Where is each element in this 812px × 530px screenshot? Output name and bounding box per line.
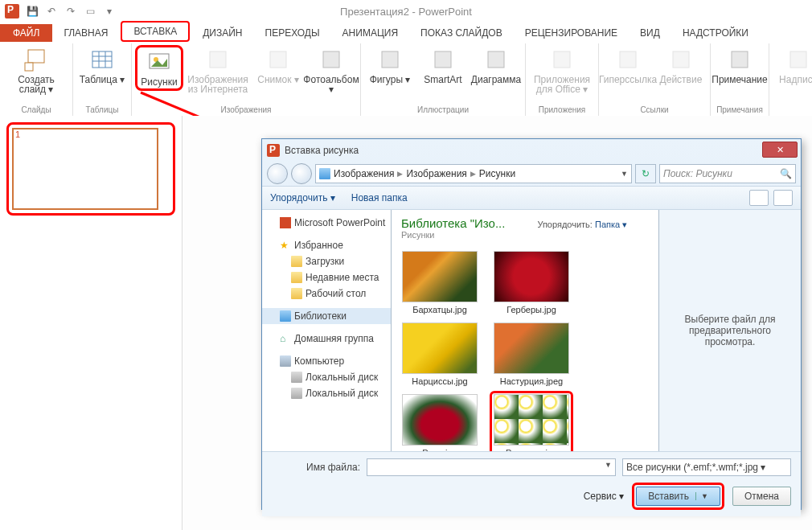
ribbon-item-icon	[727, 47, 753, 72]
slide-number: 1	[15, 129, 20, 139]
file-grid[interactable]: Бархатцы.jpgГерберы.jpgНарциссы.jpgНасту…	[392, 246, 658, 451]
redo-icon[interactable]: ↷	[64, 5, 77, 18]
svg-rect-16	[620, 51, 636, 68]
ribbon-item[interactable]: Рисунки	[135, 45, 183, 91]
ribbon-item[interactable]: Примечание	[714, 45, 765, 86]
ribbon-item-label: Гиперссылка	[599, 75, 657, 84]
tab-file[interactable]: ФАЙЛ	[0, 24, 52, 42]
search-input[interactable]: Поиск: Рисунки 🔍	[659, 164, 796, 183]
help-button[interactable]	[773, 190, 793, 206]
tree-item[interactable]: Загрузки	[262, 253, 391, 269]
ribbon-item[interactable]: SmartArt	[417, 45, 469, 86]
filename-input[interactable]: ▼	[367, 458, 616, 476]
ribbon-item: Снимок ▾	[252, 45, 304, 86]
chevron-right-icon: ▶	[470, 170, 476, 178]
sort-dropdown[interactable]: Папка ▾	[595, 220, 627, 229]
tree-item[interactable]: ⌂Домашняя группа	[262, 331, 391, 347]
svg-rect-1	[25, 63, 33, 71]
insert-button[interactable]: Вставить▼	[636, 487, 720, 506]
start-slideshow-icon[interactable]: ▭	[84, 5, 96, 18]
tree-item[interactable]: Недавние места	[262, 269, 391, 286]
svg-rect-19	[790, 51, 806, 68]
ribbon-group-label: Примечания	[716, 105, 763, 116]
tree-item[interactable]: Компьютер	[262, 353, 391, 369]
ribbon-item-label: Действие	[660, 75, 703, 84]
ribbon-item[interactable]: Диаграмма	[470, 45, 522, 86]
window-title: Презентация2 - PowerPoint	[340, 6, 472, 18]
tree-item-label: Microsoft PowerPoint	[294, 217, 385, 228]
back-button[interactable]	[267, 163, 288, 184]
ribbon-item-label: Надпись	[779, 75, 812, 84]
address-bar[interactable]: Изображения ▶ Изображения ▶ Рисунки ▼	[315, 164, 632, 183]
file-item[interactable]: Настурция.jpeg	[493, 323, 570, 386]
file-item[interactable]: Герберы.jpg	[493, 251, 570, 314]
svg-rect-17	[673, 51, 689, 68]
tree-item[interactable]: Рабочий стол	[262, 286, 391, 302]
tree-item[interactable]: ★Избранное	[262, 237, 391, 253]
tree-item[interactable]: Локальный диск	[262, 369, 391, 385]
undo-icon[interactable]: ↶	[45, 5, 58, 18]
file-item[interactable]: Розы.jpg	[401, 394, 478, 451]
search-icon: 🔍	[780, 168, 792, 179]
svg-rect-9	[210, 51, 226, 68]
ribbon-item-icon	[668, 47, 694, 72]
tab-рецензирование[interactable]: РЕЦЕНЗИРОВАНИЕ	[514, 24, 629, 42]
ribbon-group: Таблица ▾Таблицы	[73, 43, 132, 117]
file-item[interactable]: Ромашки.jpg	[493, 394, 570, 451]
tab-дизайн[interactable]: ДИЗАЙН	[191, 24, 253, 42]
tab-переходы[interactable]: ПЕРЕХОДЫ	[254, 24, 331, 42]
tab-показ слайдов[interactable]: ПОКАЗ СЛАЙДОВ	[409, 24, 514, 42]
ribbon-item[interactable]: Фигуры ▾	[364, 45, 416, 86]
ribbon-group: НадписьКолонтитулыТекст	[769, 43, 812, 117]
tree-item[interactable]: Библиотеки	[262, 308, 391, 324]
organize-menu[interactable]: Упорядочить ▾	[270, 192, 335, 203]
filetype-dropdown[interactable]: Все рисунки (*.emf;*.wmf;*.jpg ▾	[622, 458, 791, 476]
file-label: Розы.jpg	[422, 448, 457, 451]
tree-item-label: Недавние места	[306, 272, 379, 283]
file-item[interactable]: Бархатцы.jpg	[401, 251, 478, 314]
ribbon-tabs: ФАЙЛ ГЛАВНАЯВСТАВКАДИЗАЙНПЕРЕХОДЫАНИМАЦИ…	[0, 23, 812, 42]
dialog-titlebar: Вставка рисунка ✕	[262, 139, 801, 162]
library-subheading: Рисунки	[401, 230, 505, 240]
filename-label: Имя файла:	[272, 462, 360, 473]
ribbon: Создать слайд ▾СлайдыТаблица ▾ТаблицыРис…	[0, 42, 812, 118]
ribbon-item[interactable]: Фотоальбом ▾	[306, 45, 357, 96]
view-options-button[interactable]	[749, 190, 769, 206]
save-icon[interactable]: 💾	[26, 5, 39, 18]
tree-item[interactable]: Microsoft PowerPoint	[262, 215, 391, 231]
tab-вид[interactable]: ВИД	[629, 24, 671, 42]
new-folder-button[interactable]: Новая папка	[351, 192, 408, 203]
library-heading: Библиотека "Изо...	[401, 216, 505, 230]
forward-button[interactable]	[291, 163, 312, 184]
tab-главная[interactable]: ГЛАВНАЯ	[52, 24, 119, 42]
svg-rect-13	[435, 51, 451, 68]
close-button[interactable]: ✕	[762, 142, 798, 158]
refresh-button[interactable]: ↻	[635, 164, 656, 183]
ribbon-item[interactable]: Создать слайд ▾	[3, 45, 69, 96]
tab-надстройки[interactable]: НАДСТРОЙКИ	[671, 24, 760, 42]
ribbon-group-label: Таблицы	[86, 105, 119, 116]
crumb-1[interactable]: Изображения	[406, 168, 466, 179]
file-item[interactable]: Нарциссы.jpg	[401, 323, 478, 386]
ribbon-item-icon	[89, 47, 115, 72]
address-dropdown-icon[interactable]: ▼	[621, 170, 628, 178]
tree-item[interactable]: Локальный диск	[262, 385, 391, 401]
ribbon-item[interactable]: Таблица ▾	[76, 45, 128, 86]
ribbon-item-icon	[377, 47, 403, 72]
qat-dropdown-icon[interactable]: ▾	[103, 5, 116, 18]
pp-icon	[280, 217, 291, 228]
service-menu[interactable]: Сервис ▾	[584, 491, 624, 502]
slide-thumbnail-1[interactable]: 1	[6, 122, 175, 216]
crumb-0[interactable]: Изображения	[334, 168, 394, 179]
crumb-2[interactable]: Рисунки	[479, 168, 515, 179]
insert-dropdown-icon[interactable]: ▼	[695, 492, 708, 500]
folder-icon	[319, 168, 330, 179]
cancel-button[interactable]: Отмена	[732, 487, 791, 506]
app-icon	[5, 4, 19, 18]
tree-item-label: Рабочий стол	[306, 288, 366, 299]
ribbon-item-label: Диаграмма	[471, 75, 521, 84]
ribbon-item: Действие	[655, 45, 707, 86]
folder-tree[interactable]: Microsoft PowerPoint★ИзбранноеЗагрузкиНе…	[262, 210, 392, 451]
tab-анимация[interactable]: АНИМАЦИЯ	[331, 24, 409, 42]
tab-вставка[interactable]: ВСТАВКА	[121, 21, 190, 42]
